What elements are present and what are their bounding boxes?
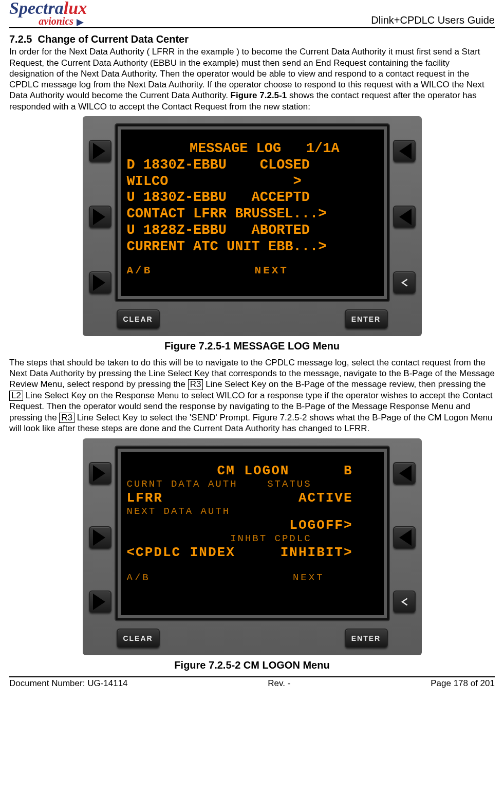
logo: Spectralux avionics: [9, 0, 87, 26]
lsk-l3[interactable]: [89, 271, 111, 294]
screen2-title: CM LOGON B: [127, 463, 378, 479]
section-number: 7.2.5: [9, 33, 32, 45]
figure-ref-1: Figure 7.2.5-1: [231, 90, 287, 100]
footer-left: Document Number: UG-14114: [9, 678, 128, 689]
screen2-row-big: <CPDLC INDEX INHIBIT>: [127, 545, 378, 561]
lsk-l1[interactable]: [89, 140, 111, 162]
lsk-r3[interactable]: [393, 590, 416, 613]
lsk-r1[interactable]: [393, 462, 416, 485]
screen1-line: U 1828Z-EBBU ABORTED: [127, 223, 378, 239]
footer-center: Rev. -: [268, 678, 290, 689]
cdu-device-2: CM LOGON B CURNT DATA AUTH STATUS LFRR A…: [83, 438, 422, 655]
cdu-screen-1: MESSAGE LOG 1/1A D 1830Z-EBBU CLOSED WIL…: [116, 124, 389, 301]
enter-button[interactable]: ENTER: [345, 629, 388, 648]
screen1-line: D 1830Z-EBBU CLOSED: [127, 157, 378, 174]
screen2-row-small: NEXT DATA AUTH: [127, 506, 378, 517]
key-l2: L2: [9, 391, 23, 401]
right-lsk-column: [392, 121, 417, 304]
screen1-line: CURRENT ATC UNIT EBB...>: [127, 239, 378, 255]
figure-caption-1: Figure 7.2.5-1 MESSAGE LOG Menu: [9, 340, 495, 352]
lsk-l3[interactable]: [89, 590, 111, 613]
footer-right: Page 178 of 201: [431, 678, 495, 689]
screen2-row-small: INHBT CPDLC: [127, 533, 378, 544]
page-footer: Document Number: UG-14114 Rev. - Page 17…: [9, 676, 495, 689]
screen2-row-small: CURNT DATA AUTH STATUS: [127, 478, 378, 490]
screen1-line: U 1830Z-EBBU ACCEPTD: [127, 190, 378, 206]
logo-sub: avionics: [39, 15, 73, 27]
figure-caption-2: Figure 7.2.5-2 CM LOGON Menu: [9, 659, 495, 671]
paragraph-1: In order for the Next Data Authority ( L…: [9, 46, 495, 112]
lsk-l2[interactable]: [89, 526, 111, 549]
left-lsk-column: [88, 121, 113, 304]
lsk-r1[interactable]: [393, 140, 416, 162]
section-title: Change of Current Data Center: [38, 33, 189, 45]
cdu-device-1: MESSAGE LOG 1/1A D 1830Z-EBBU CLOSED WIL…: [83, 116, 422, 336]
cdu-screen-2: CM LOGON B CURNT DATA AUTH STATUS LFRR A…: [116, 447, 389, 620]
document-title: Dlink+CPDLC Users Guide: [371, 14, 495, 26]
lsk-r3[interactable]: [393, 271, 416, 294]
logo-triangle-icon: [77, 19, 84, 26]
lsk-r2[interactable]: [393, 206, 416, 228]
section-heading: 7.2.5 Change of Current Data Center: [9, 33, 495, 45]
logo-word-1: Spectra: [9, 0, 64, 17]
screen1-title: MESSAGE LOG 1/1A: [127, 141, 378, 157]
screen1-line: CONTACT LFRR BRUSSEL...>: [127, 206, 378, 223]
lsk-r2[interactable]: [393, 526, 416, 549]
screen2-row-big: LOGOFF>: [127, 518, 378, 533]
clear-button[interactable]: CLEAR: [117, 629, 160, 648]
clear-button[interactable]: CLEAR: [117, 309, 160, 329]
paragraph-2: The steps that should be taken to do thi…: [9, 357, 495, 434]
key-r3: R3: [188, 379, 203, 390]
screen2-footer: A/B NEXT: [127, 572, 378, 583]
screen1-line: WILCO >: [127, 174, 378, 190]
logo-word-2: lux: [64, 0, 87, 17]
page-header: Spectralux avionics Dlink+CPDLC Users Gu…: [9, 0, 495, 28]
right-lsk-column: [392, 444, 417, 623]
left-lsk-column: [88, 444, 113, 623]
lsk-l1[interactable]: [89, 462, 111, 485]
key-r3b: R3: [59, 413, 74, 423]
screen1-footer: A/B NEXT: [127, 265, 378, 278]
lsk-l2[interactable]: [89, 206, 111, 228]
enter-button[interactable]: ENTER: [345, 309, 388, 329]
screen2-row-big: LFRR ACTIVE: [127, 490, 378, 506]
